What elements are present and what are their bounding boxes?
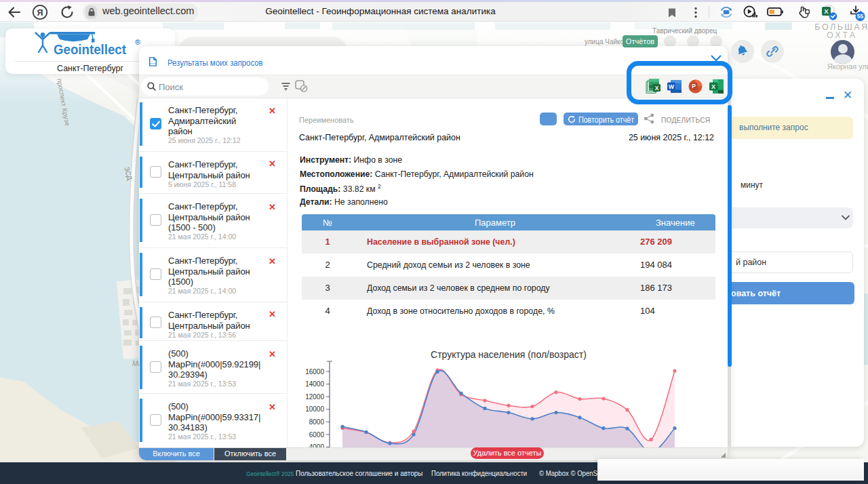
svg-text:14000: 14000: [305, 380, 324, 388]
svg-text:X: X: [824, 7, 829, 15]
svg-text:55: 55: [857, 13, 864, 20]
svg-text:6000: 6000: [309, 431, 325, 439]
svg-text:Я: Я: [37, 8, 43, 18]
svg-text:16000: 16000: [305, 368, 324, 376]
svg-text:8000: 8000: [309, 418, 325, 426]
svg-text:10000: 10000: [305, 405, 324, 413]
svg-text:12000: 12000: [305, 393, 324, 401]
